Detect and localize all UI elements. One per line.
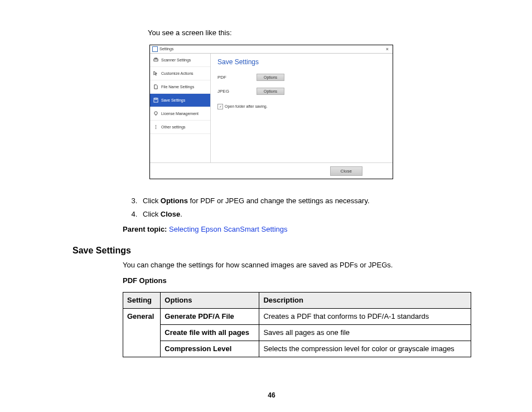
col-description: Description bbox=[259, 292, 471, 308]
svg-point-8 bbox=[156, 128, 156, 129]
pdf-options-subheading: PDF Options bbox=[123, 276, 471, 286]
sidebar-item-label: Scanner Settings bbox=[161, 58, 191, 63]
cell-setting: General bbox=[123, 308, 161, 357]
table-header-row: Setting Options Description bbox=[123, 292, 471, 308]
step-3: Click Options for PDF or JPEG and change… bbox=[139, 196, 471, 206]
step-4: Click Close. bbox=[139, 209, 471, 219]
dialog-footer: Close bbox=[150, 162, 393, 179]
table-row: Create file with all pages Saves all pag… bbox=[123, 324, 471, 341]
pdf-label: PDF bbox=[217, 74, 257, 80]
sidebar-item-scanner-settings[interactable]: Scanner Settings bbox=[150, 54, 210, 67]
settings-sidebar: Scanner Settings Customize Actions File … bbox=[150, 54, 211, 162]
bulb-icon bbox=[153, 111, 158, 116]
cursor-icon bbox=[153, 71, 158, 76]
settings-dialog: Settings × Scanner Settings Customize Ac… bbox=[149, 45, 393, 179]
sidebar-item-save-settings[interactable]: Save Settings bbox=[150, 94, 210, 107]
sidebar-item-label: License Management bbox=[161, 111, 199, 117]
dialog-title: Settings bbox=[159, 46, 173, 52]
jpeg-label: JPEG bbox=[217, 88, 257, 94]
cell-option: Compression Level bbox=[161, 341, 259, 357]
svg-rect-3 bbox=[155, 98, 157, 100]
jpeg-options-button[interactable]: Options bbox=[257, 88, 284, 95]
parent-topic-label: Parent topic: bbox=[123, 225, 169, 233]
col-options: Options bbox=[161, 292, 259, 308]
dots-icon bbox=[153, 124, 158, 130]
close-button[interactable]: Close bbox=[330, 166, 362, 176]
sidebar-item-label: Customize Actions bbox=[161, 71, 194, 76]
sidebar-item-license-management[interactable]: License Management bbox=[150, 107, 210, 121]
svg-rect-2 bbox=[154, 98, 158, 102]
open-folder-checkbox-row[interactable]: ✓ Open folder after saving. bbox=[217, 104, 386, 109]
cell-option: Create file with all pages bbox=[161, 324, 259, 341]
dialog-titlebar: Settings × bbox=[150, 45, 393, 54]
col-setting: Setting bbox=[123, 292, 161, 308]
save-icon bbox=[153, 98, 158, 103]
cell-description: Selects the compression level for color … bbox=[259, 341, 471, 357]
printer-icon bbox=[153, 58, 158, 63]
cell-description: Saves all pages as one file bbox=[259, 324, 471, 341]
svg-point-4 bbox=[154, 112, 157, 114]
sidebar-item-other-settings[interactable]: Other settings bbox=[150, 121, 210, 134]
parent-topic-link[interactable]: Selecting Epson ScanSmart Settings bbox=[169, 225, 287, 233]
file-icon bbox=[153, 84, 158, 89]
pdf-options-button[interactable]: Options bbox=[257, 74, 284, 81]
pdf-row: PDF Options bbox=[217, 74, 386, 81]
table-row: General Generate PDF/A File Creates a PD… bbox=[123, 308, 471, 324]
table-row: Compression Level Selects the compressio… bbox=[123, 341, 471, 357]
parent-topic: Parent topic: Selecting Epson ScanSmart … bbox=[123, 224, 471, 234]
instruction-steps: Click Options for PDF or JPEG and change… bbox=[123, 196, 471, 219]
svg-rect-1 bbox=[155, 58, 157, 59]
svg-point-6 bbox=[156, 125, 156, 126]
sidebar-item-customize-actions[interactable]: Customize Actions bbox=[150, 67, 210, 80]
settings-dialog-screenshot: Settings × Scanner Settings Customize Ac… bbox=[149, 45, 471, 179]
sidebar-item-label: Other settings bbox=[161, 124, 186, 130]
sidebar-item-file-name-settings[interactable]: File Name Settings bbox=[150, 80, 210, 94]
checkbox-icon: ✓ bbox=[217, 104, 223, 109]
cell-description: Creates a PDF that conforms to PDF/A-1 s… bbox=[259, 308, 471, 324]
jpeg-row: JPEG Options bbox=[217, 88, 386, 95]
intro-text: You see a screen like this: bbox=[148, 28, 471, 38]
settings-main-pane: Save Settings PDF Options JPEG Options ✓… bbox=[211, 54, 393, 162]
window-close-icon[interactable]: × bbox=[384, 46, 390, 53]
svg-point-7 bbox=[156, 127, 156, 127]
pane-title: Save Settings bbox=[217, 58, 386, 67]
page-number: 46 bbox=[72, 391, 471, 400]
sidebar-item-label: File Name Settings bbox=[161, 84, 194, 90]
app-icon bbox=[152, 46, 158, 52]
pdf-options-table: Setting Options Description General Gene… bbox=[123, 292, 471, 358]
section-heading: Save Settings bbox=[72, 245, 471, 257]
svg-rect-0 bbox=[154, 59, 158, 61]
cell-option: Generate PDF/A File bbox=[161, 308, 259, 324]
checkbox-label: Open folder after saving. bbox=[225, 104, 268, 109]
section-intro: You can change the settings for how scan… bbox=[123, 260, 471, 270]
sidebar-item-label: Save Settings bbox=[161, 98, 185, 103]
